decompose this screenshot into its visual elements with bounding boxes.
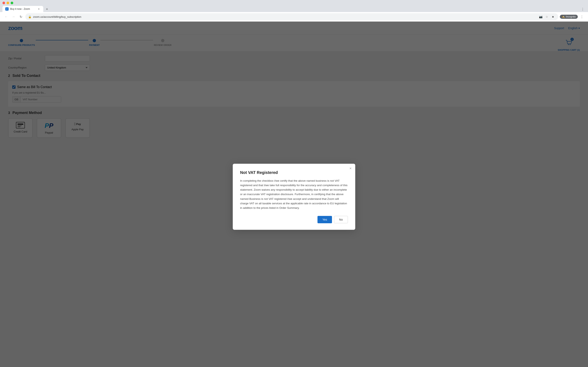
camera-off-icon[interactable]: 📷̸ [538,14,543,19]
modal-overlay: × Not VAT Registered In completing the c… [0,22,588,367]
toolbar-right: 🕵 Incognito ⋮ [560,14,585,20]
star-icon[interactable]: ☆ [544,14,549,19]
refresh-nav-button[interactable]: ↻ [18,14,24,20]
back-nav-button[interactable]: ← [3,14,9,20]
page-content: zoom Support English ▾ CONFIGURE PRODUCT… [0,22,588,367]
active-tab[interactable]: Z Buy it now - Zoom × [2,6,43,12]
new-tab-button[interactable]: + [44,6,50,12]
close-window-button[interactable] [2,2,5,4]
traffic-lights [2,2,586,4]
incognito-label: Incognito [566,15,576,18]
address-bar-container: ← → ↻ 🔒 zoom.us/account/billing/buy_subs… [0,12,588,22]
url-text: zoom.us/account/billing/buy_subscription [33,15,81,18]
address-bar-icons: 📷̸ ☆ ■ [538,14,555,19]
extensions-icon[interactable]: ■ [550,14,555,19]
incognito-button[interactable]: 🕵 Incognito [560,15,578,19]
browser-menu-icon[interactable]: ⋮ [580,6,586,12]
modal-actions: Yes No [240,216,348,223]
modal-close-button[interactable]: × [349,167,352,170]
tab-favicon: Z [5,7,9,11]
modal-body: In completing the checkbox I/we certify … [240,179,348,210]
modal-no-button[interactable]: No [334,216,348,223]
modal-dialog: × Not VAT Registered In completing the c… [233,164,355,230]
tab-bar: Z Buy it now - Zoom × + ⋮ [2,6,586,12]
browser-chrome: Z Buy it now - Zoom × + ⋮ [0,0,588,12]
modal-yes-button[interactable]: Yes [318,216,332,223]
tab-close-button[interactable]: × [37,7,40,11]
minimize-window-button[interactable] [7,2,9,4]
tab-title: Buy it now - Zoom [10,8,35,10]
modal-title: Not VAT Registered [240,170,348,175]
forward-nav-button[interactable]: → [11,14,16,20]
url-bar[interactable]: 🔒 zoom.us/account/billing/buy_subscripti… [25,13,558,20]
maximize-window-button[interactable] [11,2,13,4]
incognito-icon: 🕵 [562,15,565,18]
browser-menu-dots[interactable]: ⋮ [579,14,585,20]
lock-icon: 🔒 [28,15,31,18]
